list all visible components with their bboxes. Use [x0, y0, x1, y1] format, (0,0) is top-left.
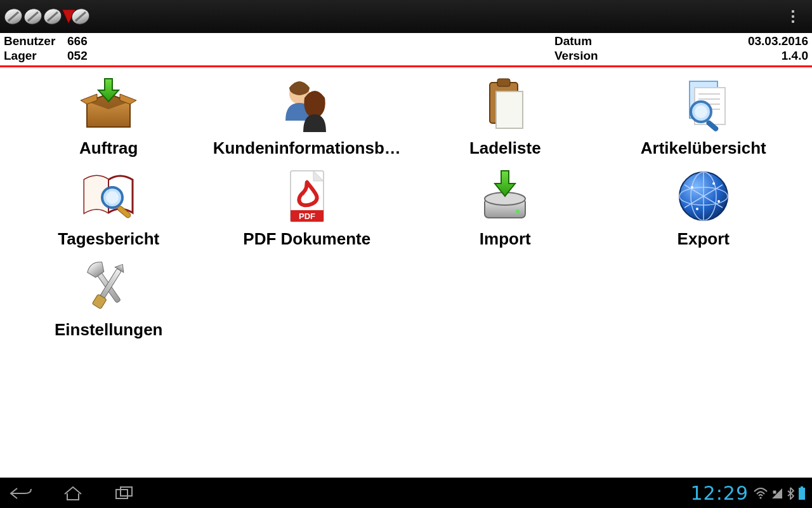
system-nav-bar: 12:29 — [0, 478, 812, 508]
launcher-grid: Auftrag Kundeninformationsb… — [0, 67, 812, 346]
svg-point-28 — [106, 191, 119, 204]
svg-point-41 — [712, 182, 715, 185]
svg-rect-16 — [496, 91, 523, 128]
signal-icon — [771, 488, 783, 499]
svg-rect-15 — [497, 79, 510, 86]
svg-point-42 — [717, 200, 720, 203]
globe-icon — [672, 164, 735, 228]
people-icon — [275, 74, 339, 137]
svg-point-36 — [516, 210, 520, 213]
tile-einstellungen[interactable]: Einstellungen — [13, 255, 204, 340]
battery-icon — [798, 486, 806, 500]
document-search-icon — [672, 74, 735, 137]
tile-pdf-dokumente[interactable]: PDF PDF Dokumente — [212, 164, 402, 249]
user-value: 666 — [67, 34, 88, 48]
tile-label: Export — [678, 229, 730, 249]
home-button[interactable] — [58, 484, 88, 503]
svg-point-40 — [691, 186, 693, 189]
date-label: Datum — [554, 34, 681, 48]
tile-import[interactable]: Import — [410, 164, 600, 249]
app-bar — [0, 0, 812, 33]
clipboard-icon — [473, 74, 537, 137]
status-icons — [754, 486, 806, 500]
tile-artikeluebersicht[interactable]: Artikelübersicht — [608, 74, 799, 158]
pdf-icon: PDF — [275, 164, 339, 228]
bluetooth-icon — [787, 487, 794, 500]
tools-icon — [77, 255, 140, 319]
version-value: 1.4.0 — [681, 49, 808, 63]
tile-label: PDF Dokumente — [243, 229, 370, 249]
svg-rect-55 — [799, 488, 805, 500]
tile-label: Artikelübersicht — [641, 138, 766, 158]
store-label: Lager — [4, 49, 67, 63]
user-label: Benutzer — [4, 34, 67, 48]
book-search-icon — [77, 164, 140, 228]
svg-point-49 — [759, 497, 761, 498]
store-value: 052 — [67, 49, 88, 63]
recents-button[interactable] — [110, 484, 140, 503]
box-download-icon — [77, 74, 140, 137]
svg-point-43 — [696, 208, 698, 210]
status-clock: 12:29 — [691, 482, 749, 504]
tile-label: Einstellungen — [55, 320, 162, 340]
overflow-menu-button[interactable] — [785, 6, 801, 27]
tile-label: Kundeninformationsb… — [213, 138, 401, 158]
svg-text:PDF: PDF — [299, 211, 315, 221]
tile-label: Tagesbericht — [58, 229, 159, 249]
date-value: 03.03.2016 — [681, 34, 808, 48]
svg-rect-47 — [116, 490, 128, 498]
tile-tagesbericht[interactable]: Tagesbericht — [13, 164, 204, 249]
wifi-icon — [754, 488, 768, 499]
info-strip: Benutzer 666 Lager 052 Datum 03.03.2016 … — [0, 33, 812, 67]
tile-kundeninformation[interactable]: Kundeninformationsb… — [212, 74, 402, 158]
back-button[interactable] — [6, 484, 36, 503]
app-logo — [3, 0, 91, 33]
tile-label: Import — [480, 229, 531, 249]
tile-label: Auftrag — [79, 138, 138, 158]
svg-rect-48 — [121, 487, 132, 496]
version-label: Version — [554, 49, 681, 63]
tile-ladeliste[interactable]: Ladeliste — [410, 74, 600, 158]
svg-point-24 — [695, 105, 707, 118]
tile-auftrag[interactable]: Auftrag — [13, 74, 204, 158]
tile-export[interactable]: Export — [608, 164, 799, 249]
svg-rect-54 — [801, 486, 803, 488]
drive-download-icon — [473, 164, 537, 228]
tile-label: Ladeliste — [469, 138, 541, 158]
